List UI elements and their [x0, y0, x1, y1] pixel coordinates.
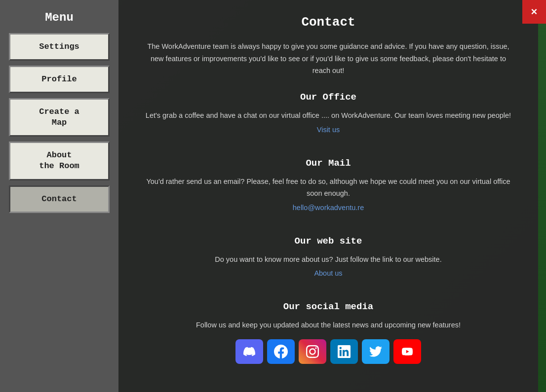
linkedin-icon[interactable]	[330, 339, 358, 364]
create-map-button[interactable]: Create aMap	[9, 98, 110, 137]
content-area: Contact The WorkAdventure team is always…	[118, 0, 538, 392]
website-section-text: Do you want to know more about us? Just …	[143, 253, 513, 266]
discord-icon[interactable]	[235, 339, 263, 364]
visit-us-link[interactable]: Visit us	[143, 126, 513, 134]
divider-1	[143, 147, 513, 148]
page-title: Contact	[143, 15, 513, 30]
social-section-title: Our social media	[143, 301, 513, 312]
email-link[interactable]: hello@workadventu.re	[143, 204, 513, 212]
mail-section-text: You'd rather send us an email? Please, f…	[143, 176, 513, 200]
menu-title: Menu	[9, 6, 110, 33]
social-icons-row	[143, 339, 513, 364]
instagram-icon[interactable]	[299, 339, 326, 364]
about-room-button[interactable]: Aboutthe Room	[9, 142, 110, 180]
intro-text: The WorkAdventure team is always happy t…	[143, 40, 513, 77]
close-button[interactable]: ×	[522, 0, 546, 24]
social-section-text: Follow us and keep you updated about the…	[143, 319, 513, 331]
office-section-text: Let's grab a coffee and have a chat on o…	[143, 109, 513, 122]
mail-section-title: Our Mail	[143, 158, 513, 169]
sidebar: Menu Settings Profile Create aMap Aboutt…	[0, 0, 118, 392]
dialog: Menu Settings Profile Create aMap Aboutt…	[0, 0, 538, 392]
about-us-link[interactable]: About us	[143, 269, 513, 277]
settings-button[interactable]: Settings	[9, 33, 110, 61]
contact-button[interactable]: Contact	[9, 185, 110, 213]
profile-button[interactable]: Profile	[9, 66, 110, 93]
youtube-icon[interactable]	[393, 339, 421, 364]
website-section-title: Our web site	[143, 236, 513, 247]
divider-3	[143, 291, 513, 291]
twitter-icon[interactable]	[362, 339, 390, 364]
facebook-icon[interactable]	[267, 339, 295, 364]
office-section-title: Our Office	[143, 92, 513, 103]
divider-2	[143, 225, 513, 226]
